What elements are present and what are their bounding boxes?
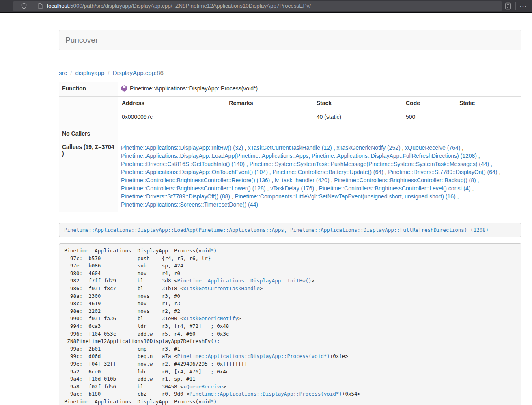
brand-link[interactable]: Puncover: [59, 30, 104, 50]
breadcrumb: src / displayapp / DisplayApp.cpp:86: [59, 69, 521, 76]
col-remarks: Remarks: [228, 100, 315, 110]
asm-symbol-link[interactable]: Pinetime::Applications::DisplayApp::Proc…: [177, 353, 330, 359]
navbar: Puncover: [59, 30, 521, 50]
breadcrumb-separator: /: [104, 69, 113, 76]
callee-link[interactable]: Pinetime::Drivers::Cst816S::GetTouchInfo…: [121, 161, 245, 167]
disassembly-block: Pinetime::Applications::DisplayApp::Proc…: [59, 243, 521, 405]
callee-link[interactable]: Pinetime::Applications::DisplayApp::Load…: [121, 153, 477, 159]
callee-link[interactable]: xQueueReceive (764): [405, 144, 460, 151]
page-icon[interactable]: [37, 3, 43, 9]
callee-link[interactable]: Pinetime::Controllers::BrightnessControl…: [334, 177, 476, 183]
callee-link[interactable]: Pinetime::Controllers::BrightnessControl…: [319, 185, 470, 192]
callees-list: Pinetime::Applications::DisplayApp::Init…: [118, 140, 521, 212]
code-value: 500: [405, 110, 459, 123]
col-code: Code: [405, 100, 459, 110]
divider: [59, 61, 521, 61]
callee-link[interactable]: lv_task_handler (420): [275, 177, 330, 183]
table-row-details: Address Remarks Stack Code Static 0x0000…: [59, 97, 521, 127]
asm-symbol-link[interactable]: Pinetime::Applications::DisplayApp::Proc…: [190, 391, 342, 397]
asm-symbol-link[interactable]: Pinetime::Applications::DisplayApp::Init…: [177, 278, 311, 284]
col-stack: Stack: [316, 100, 405, 110]
callee-link[interactable]: Pinetime::Controllers::BrightnessControl…: [121, 177, 270, 183]
breadcrumb-separator: /: [67, 69, 75, 76]
callee-link[interactable]: Pinetime::Drivers::St7789::DisplayOn() (…: [388, 169, 497, 175]
browser-toolbar: localhost:5000/path/src/displayapp/Displ…: [0, 0, 532, 13]
asm-symbol-link[interactable]: xTaskGetCurrentTaskHandle: [183, 285, 260, 291]
urlbar-divider: [32, 2, 32, 10]
static-value: [459, 110, 518, 123]
ellipsis-menu-icon[interactable]: ...: [520, 2, 527, 10]
highlighted-symbol-bar: Pinetime::Applications::DisplayApp::Load…: [59, 223, 521, 237]
shield-icon[interactable]: [21, 3, 27, 9]
callee-link[interactable]: Pinetime::Applications::DisplayApp::OnTo…: [121, 169, 268, 175]
callee-link[interactable]: Pinetime::Drivers::St7789::DisplayOff() …: [121, 193, 230, 200]
function-name: Pinetime::Applications::DisplayApp::Proc…: [130, 85, 258, 92]
asm-symbol-link[interactable]: xQueueReceive: [183, 383, 223, 390]
callee-link[interactable]: xTaskGenericNotify (252): [336, 144, 400, 151]
table-row-callees: Callees (19, Σ=3704 ) Pinetime::Applicat…: [59, 140, 521, 212]
details-table: Address Remarks Stack Code Static 0x0000…: [121, 100, 518, 123]
callee-link[interactable]: Pinetime::Applications::Screens::Timer::…: [121, 201, 258, 208]
breadcrumb-link-displayapp[interactable]: displayapp: [75, 69, 105, 76]
package-cube-icon: [121, 85, 127, 92]
url-bar[interactable]: localhost:5000/path/src/displayapp/Displ…: [13, 1, 502, 11]
url-host: localhost: [47, 3, 69, 9]
callee-link[interactable]: xTaskGetCurrentTaskHandle (12): [248, 144, 332, 151]
col-address: Address: [121, 100, 228, 110]
callee-link[interactable]: Pinetime::Components::LittleVgl::SetNewT…: [235, 193, 456, 200]
table-row-no-callers: No Callers: [59, 127, 521, 140]
callees-label: Callees (19, Σ=3704 ): [59, 140, 118, 212]
callee-link[interactable]: Pinetime::Controllers::BrightnessControl…: [121, 185, 265, 192]
breadcrumb-link-src[interactable]: src: [59, 69, 67, 76]
remarks-value: [228, 110, 315, 123]
callee-link[interactable]: Pinetime::Controllers::Battery::Update()…: [273, 169, 383, 175]
function-table: Function Pinetime::Applications::Display…: [59, 82, 521, 212]
asm-symbol-link[interactable]: xTaskGenericNotify: [183, 315, 238, 321]
highlighted-symbol-link[interactable]: Pinetime::Applications::DisplayApp::Load…: [64, 227, 489, 233]
table-row-function: Function Pinetime::Applications::Display…: [59, 82, 521, 97]
callee-link[interactable]: Pinetime::System::SystemTask::PushMessag…: [250, 161, 489, 167]
toolbar-divider: [515, 2, 516, 10]
no-callers-label: No Callers: [59, 127, 118, 140]
table-row: 0x0000097c 40 (static) 500: [121, 110, 518, 123]
callee-link[interactable]: Pinetime::Applications::DisplayApp::Init…: [121, 144, 243, 151]
breadcrumb-line-number: :86: [155, 69, 164, 76]
address-value: 0x0000097c: [121, 110, 228, 123]
url-text[interactable]: localhost:5000/path/src/displayapp/Displ…: [47, 3, 311, 9]
function-label: Function: [59, 82, 118, 97]
page-container: Puncover src / displayapp / DisplayApp.c…: [59, 30, 521, 405]
url-path: :5000/path/src/displayapp/DisplayApp.cpp…: [69, 3, 311, 9]
reader-view-icon[interactable]: [505, 2, 511, 10]
col-static: Static: [459, 100, 518, 110]
callee-link[interactable]: vTaskDelay (176): [270, 185, 314, 192]
breadcrumb-link-displayapp.cpp[interactable]: DisplayApp.cpp: [113, 69, 155, 76]
stack-value: 40 (static): [316, 110, 405, 123]
